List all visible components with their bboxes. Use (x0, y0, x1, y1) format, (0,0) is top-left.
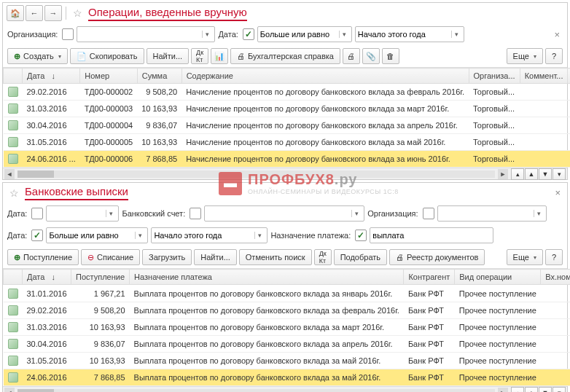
table-row[interactable]: 29.02.2016ТД00-0000029 508,20Начисление … (4, 84, 571, 101)
date-label-2: Дата: (7, 231, 27, 240)
cell-desc: Выплата процентов по договору банковског… (130, 302, 404, 318)
create-button[interactable]: ⊕Создать▾ (7, 48, 68, 64)
income-button[interactable]: ⊕Поступление (7, 249, 79, 265)
col-header[interactable]: Контрагент (404, 270, 455, 285)
cell-num: ТД00-000003 (80, 101, 137, 117)
dk-button[interactable]: ДкКт (191, 48, 208, 64)
cell-sum: 10 163,93 (71, 352, 130, 369)
col-header[interactable]: Дата ↓ (23, 270, 71, 285)
delete-button[interactable]: 🗑 (382, 48, 399, 64)
date-op-select[interactable]: ▾ (257, 26, 352, 42)
forward-button[interactable]: → (44, 5, 62, 21)
help-button[interactable]: ? (545, 48, 563, 64)
doc-icon (8, 372, 18, 383)
date2-op-select[interactable]: ▾ (46, 227, 148, 243)
table-row[interactable]: 31.03.2016ТД00-00000310 163,93Начисление… (4, 101, 571, 117)
org-checkbox[interactable] (423, 208, 434, 219)
help-button[interactable]: ? (545, 249, 563, 265)
operations-table[interactable]: Дата ↓НомерСуммаСодержаниеОрганиза...Ком… (3, 68, 570, 168)
col-header[interactable]: Дата ↓ (23, 68, 80, 84)
acct-checkbox[interactable] (190, 208, 201, 219)
table-row[interactable]: 31.03.201610 163,93Выплата процентов по … (4, 318, 571, 335)
col-header[interactable] (4, 270, 23, 285)
load-button[interactable]: Загрузить (142, 249, 192, 265)
col-header[interactable]: Организа... (469, 68, 520, 84)
close-button[interactable]: × (552, 187, 563, 198)
cell-inc-num (541, 302, 570, 318)
outcome-button[interactable]: ⊖Списание (81, 249, 140, 265)
col-header[interactable]: Содержание (181, 68, 469, 84)
cancel-search-button[interactable]: Отменить поиск (239, 249, 312, 265)
outcome-label: Списание (97, 253, 133, 262)
cell-desc: Начисление процентов по договору банковс… (181, 117, 469, 134)
chart-button[interactable]: 📊 (211, 48, 228, 64)
acc-report-button[interactable]: 🖨Бухгалтерская справка (230, 48, 340, 64)
cell-sum: 7 868,85 (137, 151, 181, 168)
cell-inc-num (541, 318, 570, 335)
table-row[interactable]: 30.04.20169 836,07Выплата процентов по д… (4, 335, 571, 352)
nav-buttons[interactable]: ▴▲▼▾ (511, 168, 566, 180)
acct-input[interactable]: ▾ (204, 205, 364, 222)
table-row[interactable]: 31.05.201610 163,93Выплата процентов по … (4, 352, 571, 369)
cell-desc: Выплата процентов по договору банковског… (130, 318, 404, 335)
registry-button[interactable]: 🖨Реестр документов (389, 249, 485, 265)
col-header[interactable]: Номер (80, 68, 137, 84)
pick-button[interactable]: Подобрать (334, 249, 387, 265)
org-input[interactable]: ▾ (437, 205, 547, 222)
table-row[interactable]: 24.06.2016 ...ТД00-0000067 868,85Начисле… (4, 151, 571, 168)
statements-table[interactable]: Дата ↓ПоступлениеНазначение платежаКонтр… (3, 269, 570, 386)
dk-button[interactable]: ДкКт (314, 249, 332, 265)
cell-ctr: Банк РФТ (404, 352, 455, 369)
col-header[interactable]: Назначение платежа (130, 270, 404, 285)
table-row[interactable]: 31.05.2016ТД00-00000510 163,93Начисление… (4, 134, 571, 151)
home-button[interactable]: 🏠 (7, 5, 24, 21)
col-header[interactable]: Поступление (71, 270, 130, 285)
more-button[interactable]: Еще▾ (507, 48, 543, 64)
acct-label: Банковский счет: (122, 209, 185, 218)
cell-op: Прочее поступление (455, 352, 541, 369)
close-button[interactable]: × (551, 29, 563, 40)
date-val-select[interactable]: ▾ (355, 26, 464, 42)
org-input[interactable]: ▾ (77, 26, 215, 42)
cell-sum: 10 163,93 (137, 134, 181, 151)
cell-desc: Выплата процентов по договору банковског… (130, 335, 404, 352)
col-header[interactable]: Вид операции (455, 270, 541, 285)
attach-button[interactable]: 📎 (362, 48, 380, 64)
horizontal-scrollbar[interactable]: ◄► ▴▲▼▾ (3, 168, 567, 179)
table-row[interactable]: 24.06.20167 868,85Выплата процентов по д… (4, 369, 571, 385)
col-header[interactable]: Вх.ном (541, 270, 570, 285)
cancel-label: Отменить поиск (246, 253, 305, 262)
purpose-input[interactable] (370, 227, 493, 243)
purpose-checkbox[interactable] (355, 230, 367, 241)
org-checkbox[interactable] (62, 28, 74, 40)
find-button[interactable]: Найти... (147, 48, 190, 64)
table-row[interactable]: 30.04.2016ТД00-0000049 836,07Начисление … (4, 117, 571, 134)
doc-icon (8, 87, 18, 97)
back-button[interactable]: ← (26, 5, 43, 21)
more-button[interactable]: Еще▾ (507, 249, 543, 265)
nav-buttons[interactable]: ▴▲▼▾ (511, 387, 566, 392)
cell-date: 31.01.2016 (23, 285, 71, 302)
accref-label: Бухгалтерская справка (248, 52, 334, 60)
date-checkbox[interactable] (31, 208, 43, 219)
copy-button[interactable]: 📄Скопировать (70, 48, 144, 64)
cell-desc: Начисление процентов по договору банковс… (181, 101, 469, 117)
horizontal-scrollbar[interactable]: ◄► ▴▲▼▾ (3, 386, 567, 392)
table-row[interactable]: 29.02.20169 508,20Выплата процентов по д… (4, 302, 571, 318)
date-input[interactable]: ▾ (46, 205, 119, 222)
favorite-icon[interactable]: ☆ (9, 187, 19, 199)
table-row[interactable]: 31.01.20161 967,21Выплата процентов по д… (4, 285, 571, 302)
col-header[interactable]: Коммент... (520, 68, 568, 84)
date2-val-select[interactable]: ▾ (151, 227, 268, 243)
more-label: Еще (513, 52, 529, 60)
load-label: Загрузить (149, 253, 185, 262)
find-button[interactable]: Найти... (194, 249, 237, 265)
cell-op: Прочее поступление (455, 335, 541, 352)
cell-date: 30.04.2016 (23, 335, 71, 352)
date2-checkbox[interactable] (31, 230, 43, 241)
favorite-icon[interactable]: ☆ (73, 7, 82, 19)
print-button[interactable]: 🖨 (343, 48, 360, 64)
col-header[interactable]: Сумма (137, 68, 181, 84)
col-header[interactable] (4, 68, 23, 84)
date-checkbox[interactable] (243, 28, 254, 40)
